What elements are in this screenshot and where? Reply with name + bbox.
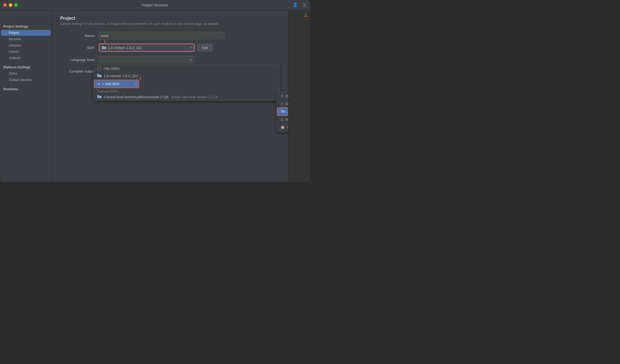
main-content: ← → Project Settings Project Modules Lib… bbox=[0, 10, 310, 182]
submenu-item-download-android-sdk[interactable]: ⬇ Download Android SDK... bbox=[277, 100, 288, 107]
chevron-down-icon: ▾ bbox=[190, 46, 192, 49]
minimize-button[interactable] bbox=[9, 3, 12, 7]
name-label: Name: bbox=[60, 34, 99, 38]
folder-icon-detected bbox=[97, 95, 102, 99]
plus-icon: + bbox=[98, 82, 100, 86]
title-bar-icons: 👤 文 bbox=[292, 2, 307, 8]
detected-sdk-item[interactable]: /Library/Java/JavaVirtualMachines/jdk-17… bbox=[94, 94, 280, 100]
sdk-folder-icon bbox=[102, 46, 106, 49]
detected-sdks-header: Detected SDKs bbox=[94, 88, 280, 94]
forward-arrow[interactable]: → bbox=[10, 16, 14, 20]
sidebar-item-libraries[interactable]: Libraries bbox=[1, 42, 51, 48]
badge-2: 2 bbox=[139, 76, 141, 81]
svg-rect-0 bbox=[102, 47, 106, 49]
detected-sdk-path: /Library/Java/JavaVirtualMachines/jdk-17… bbox=[104, 95, 169, 99]
sdk-row: SDK: 1.8 version 1.8.0 bbox=[60, 43, 280, 52]
nav-arrows: ← → bbox=[0, 14, 52, 22]
download-jdk-icon: ⬇ bbox=[281, 94, 283, 98]
name-row: Name: bbox=[60, 32, 280, 39]
dropdown-item-jdk18[interactable]: 1.8 version 1.8.0_322 bbox=[94, 72, 280, 80]
translate-icon[interactable]: 文 bbox=[302, 2, 307, 8]
submenu-item-jdk[interactable]: JDK... 3 bbox=[277, 107, 288, 116]
sdk-wrapper: 1.8 version 1.8.0_322 ▾ Edit 1 bbox=[99, 43, 213, 52]
download-android-icon: ⬇ bbox=[281, 102, 283, 106]
sdk-value: 1.8 version 1.8.0_322 bbox=[108, 46, 142, 50]
dropdown-item-no-sdk[interactable]: <No SDK> bbox=[94, 65, 280, 72]
svg-rect-3 bbox=[97, 74, 99, 75]
svg-rect-7 bbox=[281, 110, 283, 111]
add-sdk-label: + Add SDK bbox=[102, 82, 120, 86]
svg-rect-4 bbox=[97, 96, 102, 98]
sidebar-item-facets[interactable]: Facets bbox=[1, 49, 51, 55]
folder-icon-small bbox=[97, 74, 102, 78]
sidebar: ← → Project Settings Project Modules Lib… bbox=[0, 10, 52, 182]
traffic-lights bbox=[3, 3, 18, 7]
warning-icon: ⚠ bbox=[304, 13, 308, 18]
edit-button[interactable]: Edit bbox=[197, 44, 213, 51]
sdk-select-inner: 1.8 version 1.8.0_322 bbox=[102, 46, 142, 50]
page-title: Project bbox=[60, 16, 280, 21]
maximize-button[interactable] bbox=[14, 3, 18, 7]
globe-icon bbox=[97, 67, 101, 71]
svg-rect-1 bbox=[102, 46, 104, 47]
detected-sdk-version: Oracle OpenJDK version 17.0.9 bbox=[171, 95, 217, 99]
sidebar-item-modules[interactable]: Modules bbox=[1, 36, 51, 42]
dropdown-item-add-sdk[interactable]: + + Add SDK › 2 bbox=[94, 80, 139, 88]
svg-rect-5 bbox=[97, 95, 99, 96]
window-title: Project Structure bbox=[142, 3, 168, 7]
compiler-output-label: Compiler output: bbox=[60, 69, 99, 73]
language-level-label: Language level: bbox=[60, 58, 99, 62]
title-bar: Project Structure 👤 文 bbox=[0, 0, 310, 10]
submenu-item-android-sdk[interactable]: 🤖 Android SDK... bbox=[277, 123, 288, 131]
content-area: Project Default settings for all modules… bbox=[52, 10, 288, 182]
back-arrow[interactable]: ← bbox=[3, 16, 7, 20]
submenu-panel: ⬇ Download JDK... ⬇ Download Android SDK… bbox=[277, 91, 288, 132]
svg-rect-6 bbox=[281, 111, 285, 113]
sidebar-item-global-libraries[interactable]: Global Libraries bbox=[1, 77, 51, 83]
user-icon[interactable]: 👤 bbox=[292, 2, 298, 8]
sdk-select[interactable]: 1.8 version 1.8.0_322 ▾ bbox=[99, 44, 194, 51]
jdk-folder-icon bbox=[281, 109, 285, 114]
sdk-dropdown-panel: <No SDK> 1.8 version 1.8.0_322 + + Ad bbox=[94, 65, 280, 101]
window: Project Structure 👤 文 ← → Project Settin… bbox=[0, 0, 310, 182]
badge-1: 1 bbox=[104, 39, 106, 44]
name-input[interactable] bbox=[99, 32, 225, 39]
project-settings-header: Project Settings bbox=[0, 24, 52, 30]
svg-rect-2 bbox=[97, 75, 102, 77]
submenu-item-intellij-plugin-sdk[interactable]: ⊞ IntelliJ Platform Plugin SDK... bbox=[277, 116, 288, 123]
language-level-row: Language level: ▾ bbox=[60, 56, 280, 63]
problems-header: Problems bbox=[0, 86, 52, 92]
sidebar-item-sdks[interactable]: SDKs bbox=[1, 71, 51, 77]
sidebar-item-artifacts[interactable]: Artifacts bbox=[1, 55, 51, 61]
right-panel: ⚠ bbox=[288, 10, 310, 182]
submenu-item-download-jdk[interactable]: ⬇ Download JDK... bbox=[277, 93, 288, 100]
platform-settings-header: Platform Settings bbox=[0, 64, 52, 70]
submenu-arrow: › bbox=[135, 82, 136, 86]
page-subtitle: Default settings for all modules. Config… bbox=[60, 22, 280, 26]
close-button[interactable] bbox=[3, 3, 7, 7]
android-icon: 🤖 bbox=[281, 125, 285, 129]
sidebar-item-project[interactable]: Project bbox=[1, 30, 51, 36]
sdk-label: SDK: bbox=[60, 46, 99, 50]
intellij-icon: ⊞ bbox=[281, 118, 283, 122]
language-level-chevron: ▾ bbox=[190, 58, 192, 62]
